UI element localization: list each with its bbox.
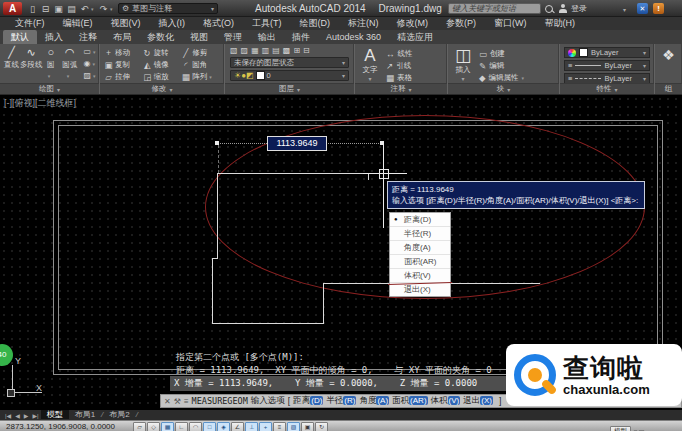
lineweight-dropdown[interactable]: ≡ByLayer▾ bbox=[564, 60, 650, 71]
plot-icon[interactable]: ▤ bbox=[65, 3, 78, 15]
modify-tool-button[interactable]: ╱修剪 bbox=[181, 47, 220, 59]
recent-commands-icon[interactable]: ≡ bbox=[184, 397, 189, 406]
status-toggle-显示线宽[interactable]: ≡ bbox=[273, 422, 286, 431]
block-tool-button[interactable]: ◆编辑属性▾ bbox=[479, 72, 528, 83]
command-option-key[interactable]: (D) bbox=[310, 396, 323, 405]
menu-item[interactable]: 插入(I) bbox=[150, 17, 195, 30]
status-toggle-捕捉模式[interactable]: ◇ bbox=[147, 422, 160, 431]
status-toggle-快捷特性[interactable]: ▣ bbox=[301, 422, 314, 431]
modify-tool-button[interactable]: +移动 bbox=[104, 47, 143, 59]
ribbon-tab[interactable]: 视图 bbox=[182, 30, 216, 44]
ribbon-tab[interactable]: 插入 bbox=[37, 30, 71, 44]
context-menu-item[interactable]: 面积(AR) bbox=[390, 255, 450, 269]
status-toggle-三维对象捕捉[interactable]: ◈ bbox=[217, 422, 230, 431]
command-option[interactable]: 体积 bbox=[431, 395, 448, 405]
annotation-tool-button[interactable]: ↗引线 bbox=[386, 60, 413, 71]
chevron-down-icon[interactable]: ▾ bbox=[623, 6, 626, 13]
command-option-key[interactable]: (V) bbox=[448, 396, 461, 405]
command-option-key[interactable]: (AR) bbox=[409, 396, 427, 405]
status-toggle-显示透明度[interactable]: ▨ bbox=[287, 422, 300, 431]
text-button[interactable]: A 文字 ▾ bbox=[358, 46, 382, 85]
modify-tool-button[interactable]: ▱拉伸 bbox=[104, 71, 143, 83]
draw-tool-button[interactable]: ∿多段线 bbox=[21, 45, 41, 85]
ribbon-tab[interactable]: 布局 bbox=[105, 30, 139, 44]
status-toggle-对象捕捉[interactable]: □ bbox=[203, 422, 216, 431]
draw-small-tool-button[interactable]: ▨▾ bbox=[83, 70, 99, 81]
command-option[interactable]: 半径 bbox=[326, 395, 343, 405]
dynamic-input-field[interactable]: 1113.9649 bbox=[267, 136, 327, 151]
draw-tool-button[interactable]: ◠圆弧▾ bbox=[60, 45, 79, 85]
annotation-tool-button[interactable]: ↔线性 bbox=[386, 48, 413, 59]
annotation-tool-button[interactable]: ▦表格 bbox=[386, 72, 413, 83]
layer-tool-icon[interactable]: ⊟ bbox=[303, 46, 310, 55]
draw-tool-button[interactable]: ╱直线 bbox=[2, 45, 21, 85]
command-option-key[interactable]: (A) bbox=[376, 396, 389, 405]
group-icon[interactable]: ❖ bbox=[662, 47, 675, 63]
color-dropdown[interactable]: ByLayer▾ bbox=[564, 47, 650, 58]
menu-item[interactable]: 帮助(H) bbox=[536, 17, 585, 30]
polyline-segment[interactable] bbox=[323, 283, 324, 324]
menu-item[interactable]: 格式(O) bbox=[194, 17, 243, 30]
layer-tool-icon[interactable]: ▧ bbox=[230, 46, 238, 55]
modify-tool-button[interactable]: ↻旋转 bbox=[143, 47, 182, 59]
insert-block-button[interactable]: ◫ 插入 ▾ bbox=[451, 46, 475, 85]
menu-item[interactable]: 视图(V) bbox=[102, 17, 150, 30]
layer-tool-icon[interactable]: ▩ bbox=[283, 46, 291, 55]
layer-dropdown[interactable]: ☀●◩ 0 ▾ bbox=[230, 70, 349, 81]
context-menu-item[interactable]: 半径(R) bbox=[390, 227, 450, 241]
panel-annotation-label[interactable]: 注释▾ bbox=[355, 83, 447, 94]
ribbon-tab[interactable]: 默认 bbox=[3, 30, 37, 44]
command-option-key[interactable]: (X) bbox=[480, 396, 493, 405]
menu-item[interactable]: 工具(T) bbox=[243, 17, 291, 30]
autocad-logo-icon[interactable]: A bbox=[3, 2, 22, 15]
context-menu-item[interactable]: 退出(X) bbox=[390, 283, 450, 296]
status-toggle-栅格显示[interactable]: ▦ bbox=[161, 422, 174, 431]
panel-group-label[interactable]: 组 bbox=[655, 83, 682, 94]
layout-nav-icon[interactable]: |◀ bbox=[3, 413, 13, 419]
new-file-icon[interactable]: ▯ bbox=[26, 3, 39, 15]
ribbon-tab[interactable]: Autodesk 360 bbox=[318, 30, 389, 44]
polyline-segment[interactable] bbox=[212, 258, 213, 323]
ribbon-tab[interactable]: 插件 bbox=[284, 30, 318, 44]
layout-tab-模型[interactable]: 模型 bbox=[41, 410, 69, 419]
command-option[interactable]: 角度 bbox=[359, 395, 376, 405]
open-file-icon[interactable]: ⊟ bbox=[39, 3, 52, 15]
menu-item[interactable]: 编辑(E) bbox=[54, 17, 102, 30]
command-option-key[interactable]: (R) bbox=[343, 396, 356, 405]
panel-draw-label[interactable]: 绘图▾ bbox=[0, 83, 99, 94]
layout-nav-icon[interactable]: ▶| bbox=[30, 413, 40, 419]
modify-tool-button[interactable]: ◲缩放 bbox=[143, 71, 182, 83]
modify-tool-button[interactable]: ◭镜像 bbox=[143, 59, 182, 71]
layer-tool-icon[interactable]: ▦ bbox=[251, 46, 259, 55]
help-search-input[interactable]: 键入关键字或短语 bbox=[448, 3, 541, 14]
ribbon-tab[interactable]: 管理 bbox=[216, 30, 250, 44]
ribbon-tab[interactable]: 输出 bbox=[250, 30, 284, 44]
layer-tool-icon[interactable]: ⊞ bbox=[293, 46, 300, 55]
panel-layers-label[interactable]: 图层▾ bbox=[225, 83, 354, 94]
draw-small-tool-button[interactable]: ◉▾ bbox=[83, 58, 99, 69]
layout-tab-布局2[interactable]: 布局2 bbox=[103, 410, 135, 419]
context-menu-item[interactable]: 角度(A) bbox=[390, 241, 450, 255]
block-tool-button[interactable]: ▭创建 bbox=[479, 48, 528, 59]
polyline-segment[interactable] bbox=[217, 173, 218, 258]
menu-item[interactable]: 绘图(D) bbox=[291, 17, 340, 30]
status-toggle-动态UCS[interactable]: ⊥ bbox=[245, 422, 258, 431]
layer-tool-icon[interactable]: ▨ bbox=[241, 46, 249, 55]
status-toggle-对象捕捉追踪[interactable]: ∠ bbox=[231, 422, 244, 431]
block-tool-button[interactable]: ✎编辑 bbox=[479, 60, 528, 71]
draw-small-tool-button[interactable]: ▭▾ bbox=[83, 46, 99, 57]
ribbon-tab[interactable]: 注释 bbox=[71, 30, 105, 44]
status-toggle-动态输入[interactable]: + bbox=[259, 422, 272, 431]
menu-item[interactable]: 参数(P) bbox=[437, 17, 485, 30]
ribbon-tab[interactable]: 精选应用 bbox=[389, 30, 441, 44]
layout-tab-布局1[interactable]: 布局1 bbox=[69, 410, 101, 419]
status-toggle-推断约束[interactable]: ▱ bbox=[133, 422, 146, 431]
status-toggle-正交模式[interactable]: ∟ bbox=[175, 422, 188, 431]
polyline-segment[interactable] bbox=[212, 323, 324, 324]
exchange-icon[interactable]: ✕ bbox=[637, 3, 648, 14]
panel-properties-label[interactable]: 特性▾ bbox=[560, 83, 654, 94]
panel-block-label[interactable]: 块▾ bbox=[448, 83, 559, 94]
menu-item[interactable]: 窗口(W) bbox=[485, 17, 536, 30]
viewport-controls[interactable]: [-][俯视][二维线框] bbox=[4, 97, 76, 110]
command-option[interactable]: 面积 bbox=[392, 395, 409, 405]
